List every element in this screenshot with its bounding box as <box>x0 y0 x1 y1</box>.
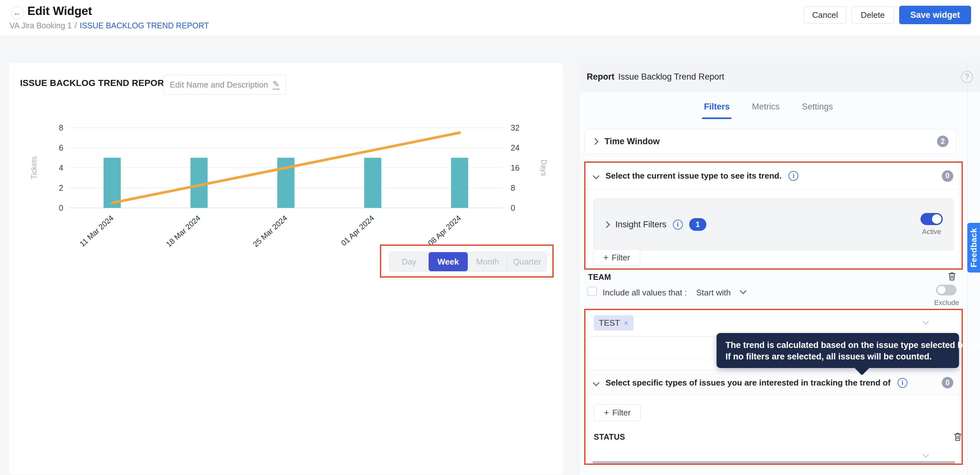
chevron-down-icon <box>593 172 600 179</box>
header-actions: Cancel Delete Save widget <box>804 5 971 25</box>
info-glyph: i <box>677 221 679 228</box>
tab-metrics-label: Metrics <box>752 102 780 112</box>
tab-filters[interactable]: Filters <box>703 99 731 119</box>
right-axis-tick: 0 <box>511 203 515 212</box>
left-axis-tick: 8 <box>59 123 63 132</box>
filter-values-area: TEST × Select specific types of issues y… <box>585 310 961 464</box>
pencil-icon: ✎ <box>273 80 280 89</box>
left-axis-tick: 0 <box>59 203 63 212</box>
add-filter-button[interactable]: + Filter <box>593 249 640 266</box>
left-axis-label: Tickets <box>30 156 38 179</box>
panel-tabs: Filters Metrics Settings <box>580 99 957 119</box>
edit-name-description-button[interactable]: Edit Name and Description ✎ <box>163 75 286 94</box>
back-button[interactable]: ← <box>11 6 24 19</box>
active-toggle-label: Active <box>922 228 941 236</box>
add-filter-label: Filter <box>612 408 631 418</box>
right-axis-tick: 24 <box>511 143 520 152</box>
bar-08 Apr 2024[interactable] <box>451 158 468 208</box>
left-axis-tick: 6 <box>59 143 63 152</box>
info-glyph: i <box>792 172 794 180</box>
insight-filters-count-badge: 1 <box>689 218 706 231</box>
breadcrumb-separator: / <box>75 21 77 30</box>
specific-types-header[interactable]: Select specific types of issues you are … <box>586 370 961 395</box>
time-window-label: Time Window <box>605 137 660 147</box>
plus-icon: + <box>603 253 608 262</box>
x-tick-label: 25 Mar 2024 <box>251 214 289 249</box>
top-header: ← Edit Widget VA Jira Booking 1 / ISSUE … <box>0 0 980 36</box>
question-glyph: ? <box>965 73 969 81</box>
breadcrumb-parent[interactable]: VA Jira Booking 1 <box>10 21 72 30</box>
widget-title: ISSUE BACKLOG TREND REPORT <box>20 78 170 88</box>
operator-dropdown-value[interactable]: Start with <box>696 288 730 298</box>
left-axis-tick: 2 <box>59 183 63 192</box>
info-glyph: i <box>902 379 904 386</box>
right-axis-tick: 32 <box>511 123 520 132</box>
breadcrumb-current[interactable]: ISSUE BACKLOG TREND REPORT <box>80 21 209 30</box>
cancel-button[interactable]: Cancel <box>804 6 846 24</box>
active-tab-underline <box>702 118 732 119</box>
back-arrow-icon: ← <box>13 8 21 17</box>
current-issue-type-section: Select the current issue type to see its… <box>585 163 961 268</box>
active-toggle-wrap: Active <box>921 213 943 236</box>
highlight-current-issue-type: Select the current issue type to see its… <box>584 161 963 269</box>
time-window-badge: 2 <box>937 135 948 147</box>
current-issue-type-header[interactable]: Select the current issue type to see its… <box>585 163 961 190</box>
current-issue-type-badge: 0 <box>942 171 953 182</box>
feedback-tab[interactable]: Feedback <box>967 223 980 273</box>
x-tick-label: 08 Apr 2024 <box>426 214 463 248</box>
bar-01 Apr 2024[interactable] <box>364 158 382 208</box>
edit-name-label: Edit Name and Description <box>170 80 268 90</box>
team-field-label: TEAM <box>588 273 611 282</box>
info-icon[interactable]: i <box>897 378 907 388</box>
tooltip-line-1: The trend is calculated based on the iss… <box>725 340 950 351</box>
chevron-right-icon <box>592 138 598 145</box>
add-filter-label: Filter <box>611 253 630 263</box>
operator-dropdown-chevron-icon[interactable] <box>740 287 746 294</box>
exclude-toggle[interactable] <box>936 285 956 295</box>
toggle-knob <box>937 286 946 294</box>
plus-icon: + <box>604 408 609 417</box>
add-filter-button[interactable]: + Filter <box>594 404 641 421</box>
help-icon[interactable]: ? <box>961 71 973 83</box>
values-dropdown-chevron-icon[interactable] <box>923 318 929 325</box>
include-all-values-checkbox[interactable] <box>587 287 597 296</box>
specific-types-label: Select specific types of issues you are … <box>606 378 891 388</box>
status-dropdown-chevron-icon[interactable] <box>923 451 929 458</box>
highlight-filter-values: TEST × Select specific types of issues y… <box>584 309 963 465</box>
exclude-toggle-label: Exclude <box>932 299 961 307</box>
tooltip-line-2: If no filters are selected, all issues w… <box>725 351 950 362</box>
current-issue-type-label: Select the current issue type to see its… <box>606 171 781 181</box>
chevron-down-icon <box>593 379 600 386</box>
insight-filters-card: Insight Filters i 1 Active <box>593 198 954 250</box>
save-widget-button[interactable]: Save widget <box>899 6 971 24</box>
include-all-values-label: Include all values that : <box>603 288 687 298</box>
tag-label: TEST <box>599 318 620 328</box>
x-tick-label: 01 Apr 2024 <box>339 214 376 248</box>
team-value-tag[interactable]: TEST × <box>594 315 633 330</box>
tab-metrics[interactable]: Metrics <box>751 99 781 119</box>
toggle-knob <box>932 214 942 224</box>
horizontal-scrollbar[interactable] <box>592 461 955 464</box>
tag-remove-icon[interactable]: × <box>624 318 628 328</box>
x-tick-label: 11 Mar 2024 <box>78 214 115 248</box>
chevron-right-icon[interactable] <box>603 221 610 228</box>
left-axis-tick: 4 <box>59 163 63 172</box>
filter-tooltip: The trend is calculated based on the iss… <box>716 333 959 368</box>
specific-types-badge: 0 <box>942 377 953 388</box>
time-window-section[interactable]: Time Window 2 <box>585 129 956 154</box>
active-toggle[interactable] <box>921 213 943 225</box>
status-field-label: STATUS <box>594 432 625 442</box>
feedback-label: Feedback <box>969 228 979 268</box>
info-icon[interactable]: i <box>789 171 798 181</box>
delete-status-filter-icon[interactable] <box>952 430 964 443</box>
info-icon[interactable]: i <box>673 220 683 230</box>
insight-filters-label: Insight Filters <box>616 220 667 230</box>
tab-settings[interactable]: Settings <box>800 99 834 119</box>
tab-settings-label: Settings <box>802 102 833 112</box>
breadcrumb: VA Jira Booking 1 / ISSUE BACKLOG TREND … <box>10 21 209 30</box>
report-label: Report <box>587 72 614 82</box>
delete-button[interactable]: Delete <box>851 6 894 24</box>
right-axis-tick: 8 <box>511 183 515 192</box>
report-title: Issue Backlog Trend Report <box>618 72 724 82</box>
delete-team-filter-icon[interactable] <box>946 270 958 283</box>
